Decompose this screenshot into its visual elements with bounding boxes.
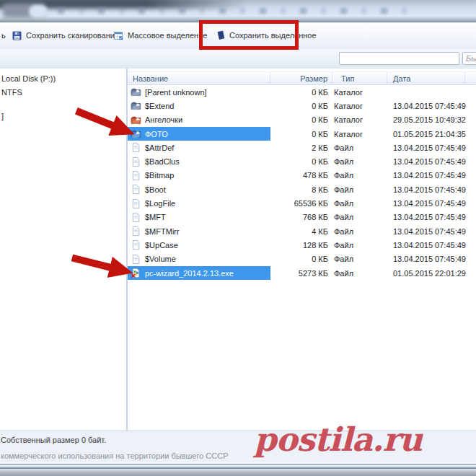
cell-name[interactable]: $MFT [128, 211, 270, 224]
table-row[interactable]: $MFT 768 КБ Файл 13.04.2015 07:45:49 [128, 211, 476, 224]
tree-item[interactable]: NTFS [1, 88, 22, 97]
cell-name[interactable]: [Parent unknown] [128, 85, 270, 99]
status-license-text: коммерческого использования на территори… [1, 451, 229, 460]
cell-date: 01.05.2015 22:01:29 [387, 269, 465, 278]
cell-date: 29.05.2015 10:49:32 [387, 115, 465, 124]
file-name: $MFT [145, 213, 166, 221]
cell-name[interactable]: $MFTMirr [128, 224, 270, 238]
cell-type: Файл [332, 269, 387, 278]
table-row[interactable]: [Parent unknown] 0 КБ Каталог [128, 85, 476, 99]
cell-date: 13.04.2015 07:45:49 [387, 144, 465, 152]
cell-size: 0 КБ [270, 130, 332, 138]
cell-name[interactable]: $Boot [128, 182, 270, 196]
file-icon [131, 142, 141, 153]
file-name: $AttrDef [145, 144, 174, 152]
cell-name[interactable]: $UpCase [128, 238, 270, 252]
cell-name[interactable]: pc-wizard_2014.2.13.exe [128, 266, 270, 280]
cell-type: Файл [332, 227, 387, 236]
file-name: $LogFile [145, 199, 175, 208]
cell-type: Каталог [332, 102, 387, 110]
folder-dark-icon [131, 100, 141, 111]
cell-name[interactable]: ФОТО [128, 127, 270, 141]
file-name: $UpCase [145, 241, 178, 250]
cell-name[interactable]: $Extend [128, 99, 270, 113]
table-row[interactable]: $BadClus 0 КБ Файл 13.04.2015 07:45:49 [128, 154, 476, 168]
quick-filter-input[interactable]: Быстр [462, 52, 476, 65]
column-header-type[interactable]: Тип [332, 72, 387, 84]
cell-date: 13.04.2015 07:45:49 [387, 157, 465, 166]
tree-item[interactable]: ] [1, 112, 4, 120]
cell-date: 01.05.2015 21:04:35 [387, 130, 465, 138]
cell-date: 13.04.2015 07:45:49 [387, 185, 465, 194]
table-row[interactable]: $MFTMirr 4 КБ Файл 13.04.2015 07:45:49 [128, 224, 476, 238]
cell-size: 478 КБ [270, 171, 332, 180]
file-icon [131, 184, 141, 195]
cell-type: Файл [332, 213, 387, 221]
cell-date: 13.04.2015 07:45:49 [387, 241, 465, 250]
cell-date: 13.04.2015 07:45:49 [387, 171, 465, 180]
save-scan-button[interactable]: Сохранить сканирование [9, 27, 122, 44]
save-scan-label: Сохранить сканирование [26, 31, 119, 40]
file-name: $Boot [145, 185, 166, 194]
clipped-toolbar-button[interactable]: ь [1, 31, 6, 40]
column-header-spacer [465, 72, 476, 84]
table-header: Название Размер Тип Дата [128, 71, 476, 85]
cell-date: 13.04.2015 07:45:49 [387, 199, 465, 208]
cell-name[interactable]: $Bitmap [128, 169, 270, 182]
file-name: ФОТО [145, 130, 168, 138]
cell-name[interactable]: $BadClus [128, 154, 270, 168]
file-icon [131, 212, 141, 223]
table-row[interactable]: $UpCase 128 КБ Файл 13.04.2015 07:45:49 [128, 238, 476, 252]
cell-size: 5273 КБ [270, 269, 332, 278]
table-row[interactable]: pc-wizard_2014.2.13.exe 5273 КБ Файл 01.… [128, 266, 476, 280]
filter-bar: Быстр [0, 49, 476, 69]
cell-size: 768 КБ [270, 213, 332, 221]
table-row[interactable]: ФОТО 0 КБ Каталог 01.05.2015 21:04:35 [128, 127, 476, 141]
cell-type: Каталог [332, 130, 387, 138]
file-icon [131, 226, 141, 237]
mass-select-icon [113, 30, 124, 41]
cell-size: 128 КБ [270, 241, 332, 250]
cell-size: 4 КБ [270, 227, 332, 236]
table-row[interactable]: Ангелочки 0 КБ Каталог 29.05.2015 10:49:… [128, 113, 476, 127]
mass-select-button[interactable]: Массовое выделение [110, 27, 210, 44]
file-name: $Extend [145, 102, 174, 110]
cell-type: Каталог [332, 115, 387, 124]
column-header-name[interactable]: Название [128, 72, 270, 84]
folder-dark-icon [131, 87, 141, 97]
tree-item[interactable]: Local Disk (P:)) [1, 74, 56, 83]
column-header-size[interactable]: Размер [270, 72, 332, 84]
table-row[interactable]: $Boot 8 КБ Файл 13.04.2015 07:45:49 [128, 182, 476, 196]
file-icon [131, 198, 141, 209]
filter-input[interactable] [339, 52, 459, 65]
cell-name[interactable]: $AttrDef [128, 141, 270, 154]
cell-size: 0 КБ [270, 88, 332, 97]
table-row[interactable]: $LogFile 65536 КБ Файл 13.04.2015 07:45:… [128, 196, 476, 210]
file-name: Ангелочки [145, 115, 182, 124]
blurred-title-bar [0, 0, 476, 22]
blurred-toolbar-icons [58, 8, 472, 15]
table-row[interactable]: $Bitmap 478 КБ Файл 13.04.2015 07:45:49 [128, 169, 476, 182]
cell-date: 13.04.2015 07:45:49 [387, 255, 465, 263]
cell-date: 13.04.2015 07:45:49 [387, 102, 465, 110]
table-row[interactable]: $Extend 0 КБ Каталог 13.04.2015 07:45:49 [128, 99, 476, 113]
file-icon [131, 239, 141, 250]
file-name: pc-wizard_2014.2.13.exe [145, 269, 234, 278]
cell-type: Файл [332, 144, 387, 152]
taskbar-strip [0, 469, 476, 476]
file-name: $BadClus [145, 157, 180, 166]
cell-type: Файл [332, 241, 387, 250]
cell-size: 2 КБ [270, 144, 332, 152]
cell-name[interactable]: $LogFile [128, 196, 270, 210]
cell-name[interactable]: Ангелочки [128, 113, 270, 127]
cell-date: 13.04.2015 07:45:49 [387, 227, 465, 236]
file-list-panel: Название Размер Тип Дата [Parent unknown… [128, 69, 476, 431]
column-header-date[interactable]: Дата [387, 72, 465, 84]
cell-type: Файл [332, 171, 387, 180]
table-row[interactable]: $Volume 0 КБ Файл 13.04.2015 07:45:49 [128, 252, 476, 266]
postila-watermark: postila.ru [254, 420, 422, 459]
table-row[interactable]: $AttrDef 2 КБ Файл 13.04.2015 07:45:49 [128, 141, 476, 154]
file-name: $Volume [145, 255, 176, 263]
cell-name[interactable]: $Volume [128, 252, 270, 266]
file-icon [131, 170, 141, 181]
